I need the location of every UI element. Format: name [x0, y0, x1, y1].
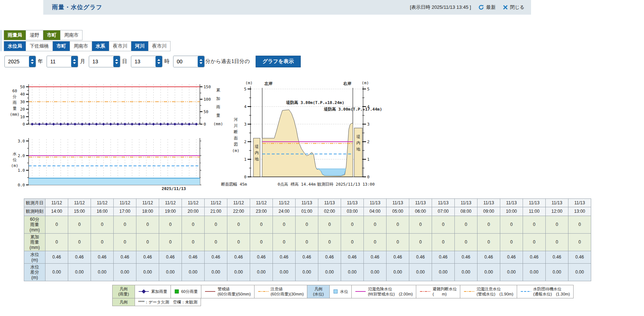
month-spinner[interactable] [71, 56, 78, 67]
show-graph-button[interactable]: グラフを表示 [256, 56, 301, 67]
year-input[interactable] [5, 56, 29, 67]
minute-spinner[interactable] [198, 56, 204, 67]
table-cell: 0.46 [296, 251, 318, 264]
hour-unit-label: 時 [164, 58, 169, 65]
table-cell: 0 [477, 216, 500, 233]
table-cell: 11/12 [250, 199, 273, 207]
table-cell: 07:00 [432, 207, 455, 216]
year-spinner[interactable] [29, 56, 36, 67]
table-cell: 11/12 [159, 199, 182, 207]
table-cell: 11/12 [205, 199, 227, 207]
legend-item: 水位 [330, 285, 352, 298]
table-cell: 11/13 [409, 199, 432, 207]
svg-text:右岸: 右岸 [343, 81, 351, 86]
svg-text:30: 30 [20, 100, 25, 104]
table-cell: 06:00 [409, 207, 432, 216]
svg-text:(m): (m) [362, 81, 369, 85]
table-cell: 0.46 [477, 251, 500, 264]
water-station-value[interactable]: 夜市川 [109, 41, 131, 51]
water-station-value[interactable]: 下佐畑橋 [26, 41, 53, 51]
svg-text:1: 1 [244, 157, 246, 162]
hour-field [131, 56, 162, 67]
table-cell: 0.46 [114, 251, 136, 264]
row-rain-cumulative: 累加雨量(mm)000000000000000000000000 [24, 233, 591, 251]
table-cell: 0 [296, 233, 318, 251]
month-input[interactable] [47, 56, 71, 67]
hour-input[interactable] [131, 56, 155, 67]
table-cell: 17:00 [114, 207, 136, 216]
table-cell: 0 [523, 233, 546, 251]
table-cell: 0 [500, 216, 523, 233]
svg-text:10: 10 [20, 115, 25, 119]
table-cell: 0.00 [159, 263, 182, 281]
table-cell: 0 [432, 216, 455, 233]
table-cell: 0.00 [114, 263, 136, 281]
table-cell: 02:00 [318, 207, 341, 216]
svg-text:堤: 堤 [356, 134, 361, 139]
water-station-value[interactable]: 周南市 [70, 41, 92, 51]
table-cell: 0.46 [387, 251, 409, 264]
year-field [4, 56, 36, 67]
table-cell: 0.00 [91, 263, 114, 281]
table-cell: 21:00 [205, 207, 227, 216]
close-button[interactable]: 閉じる [503, 4, 524, 11]
svg-text:面: 面 [234, 136, 238, 141]
table-cell: 0.00 [227, 263, 250, 281]
table-cell: 11/13 [318, 199, 341, 207]
table-cell: 0 [159, 233, 182, 251]
table-cell: 0.46 [227, 251, 250, 264]
svg-text:0: 0 [204, 122, 206, 127]
river-cross-section-diagram: 001122334455(m)(m)左岸右岸堤防高 3.80m(T.P.+18.… [218, 70, 389, 191]
table-cell: 11/12 [136, 199, 159, 207]
svg-text:0.0: 0.0 [18, 183, 25, 187]
legend-item: 避難判断水位( m) [416, 285, 460, 298]
table-cell: 15:00 [68, 207, 91, 216]
day-spinner[interactable] [113, 56, 120, 67]
close-label: 閉じる [510, 4, 524, 11]
table-cell: 11/12 [68, 199, 91, 207]
table-cell: 0 [387, 233, 409, 251]
refresh-button[interactable]: 最新 [478, 4, 495, 11]
hour-spinner[interactable] [155, 56, 162, 67]
legend-item: 氾濫危険水位(特別警戒水位) (2.00m) [352, 285, 416, 298]
svg-text:100: 100 [204, 97, 211, 102]
table-cell: 0.00 [136, 263, 159, 281]
table-cell: 0 [364, 216, 387, 233]
table-cell: 11/13 [500, 199, 523, 207]
legend-item: 注意値(60分雨量)(30mm) [255, 285, 307, 298]
table-cell: 0 [91, 216, 114, 233]
legend: 凡例(雨量)累加雨量60分雨量警戒値(60分雨量)(50mm)注意値(60分雨量… [112, 285, 644, 306]
table-cell: 0 [227, 216, 250, 233]
table-cell: 0.00 [341, 263, 364, 281]
rain-station-value[interactable]: 湯野 [26, 30, 43, 40]
table-cell: 11/12 [273, 199, 296, 207]
table-cell: 0.00 [273, 263, 296, 281]
table-cell: 0.46 [318, 251, 341, 264]
svg-text:1: 1 [367, 157, 370, 162]
table-cell: 18:00 [136, 207, 159, 216]
svg-text:50: 50 [20, 85, 25, 89]
table-cell: 11/13 [387, 199, 409, 207]
svg-text:分: 分 [13, 94, 17, 99]
svg-text:図: 図 [234, 142, 238, 147]
table-cell: 0 [409, 216, 432, 233]
minute-input[interactable] [173, 56, 198, 67]
table-cell: 23:00 [250, 207, 273, 216]
rain-station-value[interactable]: 周南市 [60, 30, 83, 40]
water-station-row: 水位局下佐畑橋市町周南市水系夜市川河川夜市川 [4, 41, 171, 51]
water-station-value[interactable]: 夜市川 [148, 41, 171, 51]
table-cell: 0 [296, 216, 318, 233]
table-cell: 14:00 [45, 207, 68, 216]
svg-text:40: 40 [20, 92, 25, 97]
close-icon [503, 5, 508, 10]
day-input[interactable] [89, 56, 113, 67]
table-cell: 0 [546, 233, 568, 251]
svg-text:地: 地 [356, 147, 361, 152]
datetime-controls: 年 月 日 時 分から過去1日分の グラフを表示 [4, 56, 644, 67]
table-cell: 01:00 [296, 207, 318, 216]
legend-header: 凡例(雨量) [113, 285, 135, 298]
table-cell: 0 [273, 233, 296, 251]
svg-text:0: 0 [22, 122, 25, 127]
table-cell: 0 [205, 233, 227, 251]
table-cell: 11/12 [45, 199, 68, 207]
